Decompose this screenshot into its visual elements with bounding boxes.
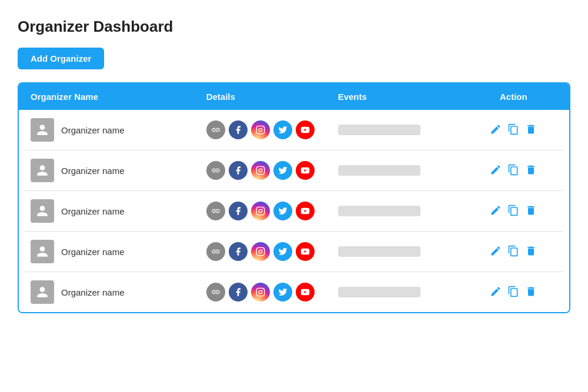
action-cell xyxy=(470,164,557,177)
events-cell xyxy=(338,246,470,257)
edit-button[interactable] xyxy=(490,245,502,259)
svg-rect-8 xyxy=(256,207,264,215)
svg-rect-12 xyxy=(256,247,264,255)
events-cell xyxy=(338,206,470,216)
copy-button[interactable] xyxy=(507,205,519,218)
svg-point-10 xyxy=(262,209,263,210)
organizer-cell: Organizer name xyxy=(31,159,206,182)
events-progress-bar xyxy=(338,287,420,297)
svg-rect-16 xyxy=(256,288,264,296)
svg-point-6 xyxy=(262,168,263,169)
events-progress-bar xyxy=(338,206,420,216)
organizer-table: Organizer Name Details Events Action Org… xyxy=(18,82,570,313)
youtube-icon-button[interactable] xyxy=(296,283,315,301)
col-organizer-name: Organizer Name xyxy=(31,92,206,102)
events-progress-bar xyxy=(338,246,420,257)
organizer-name-text: Organizer name xyxy=(61,125,125,135)
instagram-icon-button[interactable] xyxy=(251,161,270,180)
facebook-icon-button[interactable] xyxy=(229,202,248,220)
copy-button[interactable] xyxy=(507,123,519,137)
twitter-icon-button[interactable] xyxy=(273,242,292,261)
avatar xyxy=(31,199,54,223)
events-progress-bar xyxy=(338,165,420,176)
instagram-icon-button[interactable] xyxy=(251,283,270,301)
edit-button[interactable] xyxy=(490,205,502,218)
details-cell xyxy=(206,283,338,301)
youtube-icon-button[interactable] xyxy=(296,161,315,180)
table-row: Organizer name xyxy=(25,232,563,272)
delete-button[interactable] xyxy=(525,245,537,259)
twitter-icon-button[interactable] xyxy=(273,161,292,180)
organizer-name-text: Organizer name xyxy=(61,247,125,257)
person-icon xyxy=(36,205,49,217)
table-row: Organizer name xyxy=(25,272,563,312)
delete-button[interactable] xyxy=(525,205,537,218)
action-cell xyxy=(470,245,557,259)
svg-point-18 xyxy=(262,290,263,291)
link-icon-button[interactable] xyxy=(206,120,225,139)
svg-point-1 xyxy=(259,128,262,131)
organizer-cell: Organizer name xyxy=(31,199,206,223)
events-cell xyxy=(338,165,470,176)
facebook-icon-button[interactable] xyxy=(229,283,248,301)
svg-rect-4 xyxy=(256,166,264,174)
table-row: Organizer name xyxy=(25,110,563,150)
page-title: Organizer Dashboard xyxy=(18,18,570,36)
instagram-icon-button[interactable] xyxy=(251,242,270,261)
svg-point-2 xyxy=(262,128,263,129)
avatar xyxy=(31,240,54,263)
youtube-icon-button[interactable] xyxy=(296,120,315,139)
svg-point-17 xyxy=(259,290,262,293)
svg-point-13 xyxy=(259,250,262,253)
edit-button[interactable] xyxy=(490,123,502,137)
person-icon xyxy=(36,286,49,299)
action-cell xyxy=(470,286,557,299)
details-cell xyxy=(206,161,338,180)
col-action: Action xyxy=(470,92,557,102)
edit-button[interactable] xyxy=(490,164,502,177)
details-cell xyxy=(206,120,338,139)
action-cell xyxy=(470,123,557,137)
person-icon xyxy=(36,164,49,177)
table-row: Organizer name xyxy=(25,191,563,232)
organizer-cell: Organizer name xyxy=(31,280,206,304)
twitter-icon-button[interactable] xyxy=(273,120,292,139)
organizer-cell: Organizer name xyxy=(31,118,206,142)
twitter-icon-button[interactable] xyxy=(273,202,292,220)
events-cell xyxy=(338,287,470,297)
avatar xyxy=(31,159,54,182)
organizer-name-text: Organizer name xyxy=(61,287,125,297)
organizer-name-text: Organizer name xyxy=(61,166,125,176)
svg-point-14 xyxy=(262,249,263,250)
link-icon-button[interactable] xyxy=(206,161,225,180)
organizer-cell: Organizer name xyxy=(31,240,206,263)
twitter-icon-button[interactable] xyxy=(273,283,292,301)
copy-button[interactable] xyxy=(507,164,519,177)
events-progress-bar xyxy=(338,125,420,135)
delete-button[interactable] xyxy=(525,164,537,177)
add-organizer-button[interactable]: Add Organizer xyxy=(18,48,104,69)
col-details: Details xyxy=(206,92,338,102)
facebook-icon-button[interactable] xyxy=(229,120,248,139)
link-icon-button[interactable] xyxy=(206,202,225,220)
delete-button[interactable] xyxy=(525,123,537,137)
delete-button[interactable] xyxy=(525,286,537,299)
events-cell xyxy=(338,125,470,135)
facebook-icon-button[interactable] xyxy=(229,242,248,261)
link-icon-button[interactable] xyxy=(206,283,225,301)
copy-button[interactable] xyxy=(507,286,519,299)
youtube-icon-button[interactable] xyxy=(296,242,315,261)
link-icon-button[interactable] xyxy=(206,242,225,261)
youtube-icon-button[interactable] xyxy=(296,202,315,220)
table-row: Organizer name xyxy=(25,150,563,191)
action-cell xyxy=(470,205,557,218)
instagram-icon-button[interactable] xyxy=(251,120,270,139)
instagram-icon-button[interactable] xyxy=(251,202,270,220)
details-cell xyxy=(206,202,338,220)
details-cell xyxy=(206,242,338,261)
facebook-icon-button[interactable] xyxy=(229,161,248,180)
col-events: Events xyxy=(338,92,470,102)
copy-button[interactable] xyxy=(507,245,519,259)
edit-button[interactable] xyxy=(490,286,502,299)
person-icon xyxy=(36,123,49,136)
